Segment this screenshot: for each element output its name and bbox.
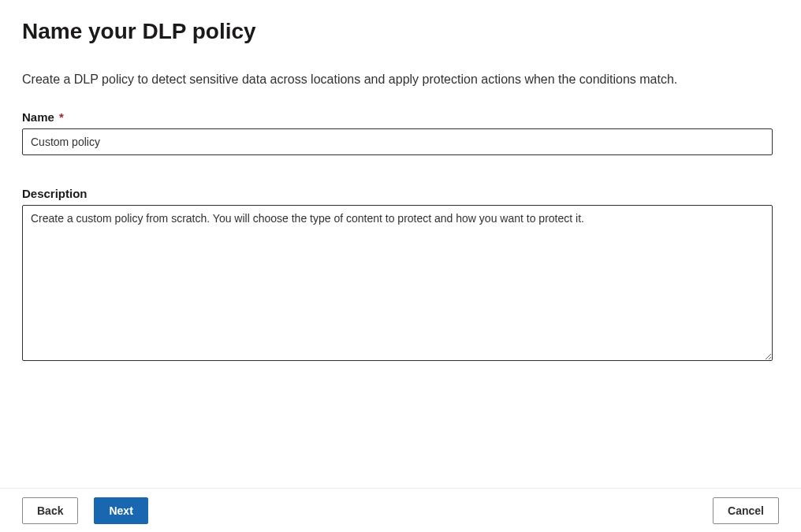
description-input[interactable] bbox=[22, 205, 773, 361]
page-intro: Create a DLP policy to detect sensitive … bbox=[22, 73, 782, 87]
main-content: Name your DLP policy Create a DLP policy… bbox=[0, 0, 801, 364]
footer-right: Cancel bbox=[713, 497, 779, 524]
footer-left: Back Next bbox=[22, 497, 148, 524]
cancel-button[interactable]: Cancel bbox=[713, 497, 779, 524]
back-button[interactable]: Back bbox=[22, 497, 78, 524]
name-label: Name * bbox=[22, 110, 782, 124]
name-input[interactable] bbox=[22, 128, 773, 155]
page-title: Name your DLP policy bbox=[22, 19, 782, 44]
name-label-text: Name bbox=[22, 110, 54, 124]
description-label: Description bbox=[22, 187, 782, 200]
required-asterisk: * bbox=[59, 110, 64, 124]
next-button[interactable]: Next bbox=[94, 497, 147, 524]
footer-bar: Back Next Cancel bbox=[0, 488, 801, 532]
description-field-group: Description bbox=[22, 187, 782, 364]
name-field-group: Name * bbox=[22, 110, 782, 155]
